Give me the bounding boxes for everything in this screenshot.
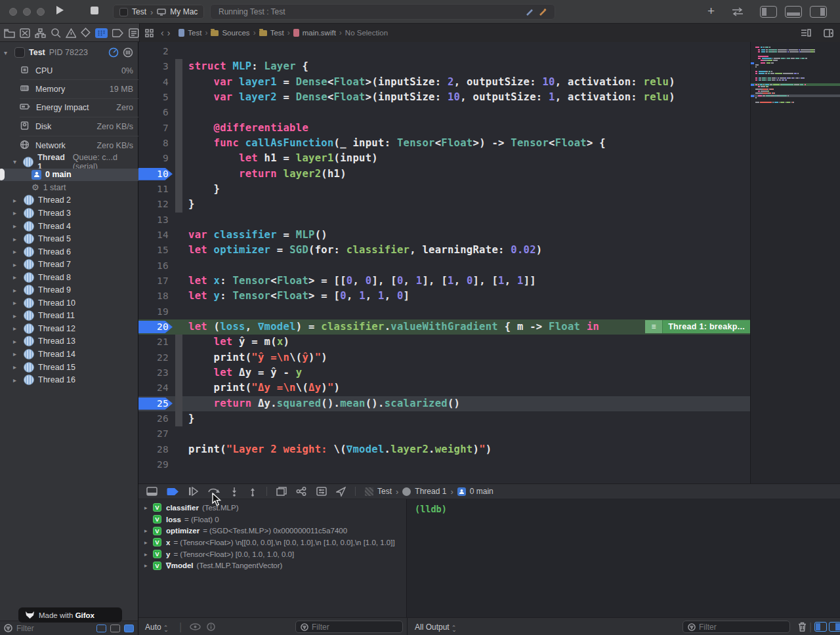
source-editor[interactable]: 23struct MLP: Layer {4 var layer1 = Dens…: [138, 42, 840, 483]
thread-row[interactable]: ▸Thread 13: [0, 335, 138, 348]
find-navigator-icon[interactable]: [51, 28, 61, 38]
disclosure-closed-icon[interactable]: ▸: [13, 248, 20, 255]
code-line-5[interactable]: 5 var layer2 = Dense<Float>(inputSize: 1…: [138, 90, 750, 105]
go-forward-icon[interactable]: ›: [167, 28, 171, 38]
jumpbar-item[interactable]: Test: [270, 29, 284, 37]
debug-navigator-icon[interactable]: [95, 28, 108, 38]
thread-row[interactable]: ▸Thread 15: [0, 361, 138, 374]
thread-row[interactable]: ▸Thread 6: [0, 245, 138, 258]
stack-frame-row[interactable]: ⚙1 start: [0, 181, 138, 194]
code-line-26[interactable]: 26}: [138, 411, 750, 426]
variable-row[interactable]: ▸Vy= (Tensor<Float>) [0.0, 1.0, 1.0, 0.0…: [138, 548, 407, 560]
jumpbar-item[interactable]: No Selection: [345, 29, 388, 37]
brush-issue-icon[interactable]: [538, 8, 547, 16]
disclosure-closed-icon[interactable]: ▸: [13, 261, 20, 268]
line-number[interactable]: 15: [138, 243, 169, 258]
source-control-navigator-icon[interactable]: [20, 28, 30, 38]
stop-button[interactable]: [91, 7, 98, 16]
code-line-11[interactable]: 11 }: [138, 182, 750, 197]
clear-console-trash-icon[interactable]: [798, 622, 807, 632]
gauge-row-memory[interactable]: Memory19 MB: [20, 80, 138, 98]
line-number[interactable]: 19: [138, 304, 169, 319]
info-icon[interactable]: [207, 623, 215, 631]
scheme-selector[interactable]: Test › My Mac: [113, 5, 204, 19]
code-line-12[interactable]: 12}: [138, 197, 750, 212]
code-line-4[interactable]: 4 var layer1 = Dense<Float>(inputSize: 2…: [138, 75, 750, 90]
symbol-navigator-icon[interactable]: [35, 28, 46, 38]
hide-debug-area-button[interactable]: [146, 487, 158, 496]
test-navigator-icon[interactable]: [81, 28, 91, 38]
disclosure-closed-icon[interactable]: ▸: [13, 287, 20, 294]
line-number[interactable]: 6: [138, 105, 169, 120]
breakpoint-hit-badge[interactable]: ≡Thread 1: breakp...: [645, 320, 750, 333]
line-number[interactable]: 27: [138, 426, 169, 441]
disclosure-closed-icon[interactable]: ▸: [13, 350, 20, 358]
variables-scope-selector[interactable]: Auto⌃⌄: [145, 623, 168, 633]
disclosure-closed-icon[interactable]: ▸: [144, 539, 151, 546]
code-line-20[interactable]: 20let (loss, ∇model) = classifier.valueW…: [138, 319, 750, 335]
console-view[interactable]: (lldb): [407, 499, 840, 617]
filter-interesting-threads-button[interactable]: [96, 625, 106, 632]
line-number[interactable]: 13: [138, 213, 169, 228]
minimap[interactable]: [750, 42, 840, 483]
code-line-6[interactable]: 6: [138, 105, 750, 120]
code-area[interactable]: 23struct MLP: Layer {4 var layer1 = Dens…: [138, 42, 750, 483]
jumpbar-item[interactable]: main.swift: [303, 29, 336, 37]
disclosure-closed-icon[interactable]: ▸: [13, 274, 20, 281]
step-into-button[interactable]: [230, 487, 239, 497]
jumpbar-item[interactable]: Test: [188, 29, 201, 37]
run-button[interactable]: [55, 5, 64, 17]
thread-row[interactable]: ▸Thread 4: [0, 220, 138, 233]
line-number[interactable]: 3: [138, 59, 169, 74]
disclosure-closed-icon[interactable]: ▸: [13, 299, 20, 306]
thread-row[interactable]: ▸Thread 14: [0, 348, 138, 361]
code-line-14[interactable]: 14var classifier = MLP(): [138, 228, 750, 243]
thread-row-thread-1[interactable]: ▾Thread 1Queue: c...d (serial): [0, 155, 138, 169]
code-line-2[interactable]: 2: [138, 44, 750, 59]
breakpoint-navigator-icon[interactable]: [112, 29, 124, 37]
code-line-29[interactable]: 29: [138, 457, 750, 472]
continue-button[interactable]: [188, 487, 198, 496]
filter-view-mode-button[interactable]: [124, 625, 134, 632]
code-line-23[interactable]: 23 let Δy = ŷ - y: [138, 365, 750, 380]
line-number[interactable]: 12: [138, 197, 169, 212]
thread-row[interactable]: ▸Thread 16: [0, 373, 138, 386]
minimize-window-icon[interactable]: [23, 8, 31, 16]
line-number[interactable]: 16: [138, 258, 169, 274]
variable-row[interactable]: ▸V∇model(Test.MLP.TangentVector): [138, 560, 407, 572]
editor-options-icon[interactable]: [801, 29, 811, 37]
code-line-17[interactable]: 17let x: Tensor<Float> = [[0, 0], [0, 1]…: [138, 274, 750, 289]
code-line-16[interactable]: 16: [138, 258, 750, 274]
filter-flagged-threads-button[interactable]: [110, 625, 120, 632]
add-editor-icon[interactable]: [824, 29, 833, 37]
disclosure-closed-icon[interactable]: ▸: [13, 325, 20, 332]
code-line-22[interactable]: 22 print("ŷ =\n\(ŷ)"): [138, 350, 750, 365]
debug-view-hierarchy-button[interactable]: [276, 487, 287, 496]
console-output-selector[interactable]: All Output⌃⌄: [415, 623, 456, 633]
line-number[interactable]: 7: [138, 121, 169, 136]
line-number[interactable]: 2: [138, 44, 169, 59]
thread-row[interactable]: ▸Thread 12: [0, 322, 138, 335]
variables-view[interactable]: ▸Vclassifier(Test.MLP)Vloss= (Float) 0▸V…: [138, 499, 407, 617]
debug-memory-graph-button[interactable]: [296, 487, 307, 496]
line-number[interactable]: 20: [138, 319, 169, 335]
report-navigator-icon[interactable]: [129, 28, 139, 38]
crumb-frame[interactable]: 0 main: [470, 487, 494, 496]
line-number[interactable]: 4: [138, 75, 169, 90]
simulate-location-button[interactable]: [336, 487, 346, 497]
variable-row[interactable]: ▸Voptimizer= (SGD<Test.MLP>) 0x000000011…: [138, 525, 407, 537]
environment-overrides-button[interactable]: [316, 487, 327, 496]
toggle-navigator-button[interactable]: [760, 6, 777, 18]
related-items-icon[interactable]: [145, 29, 154, 37]
disclosure-closed-icon[interactable]: ▸: [13, 197, 20, 204]
eye-quicklook-icon[interactable]: [190, 623, 201, 630]
code-line-13[interactable]: 13: [138, 213, 750, 228]
line-number[interactable]: 5: [138, 90, 169, 105]
close-window-icon[interactable]: [9, 8, 17, 16]
breakpoints-toggle-button[interactable]: [167, 487, 179, 496]
disclosure-closed-icon[interactable]: ▸: [13, 363, 20, 371]
disclosure-closed-icon[interactable]: ▸: [13, 312, 20, 319]
line-number[interactable]: 11: [138, 182, 169, 197]
library-add-button[interactable]: +: [707, 4, 715, 18]
memory-gauge-icon[interactable]: [123, 47, 133, 58]
